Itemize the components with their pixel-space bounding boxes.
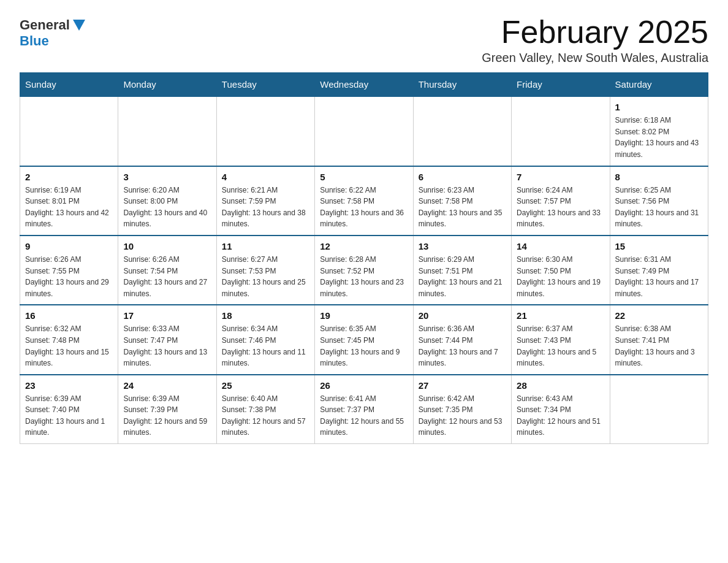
calendar-cell: 24Sunrise: 6:39 AMSunset: 7:39 PMDayligh… <box>118 375 216 444</box>
calendar-header-wednesday: Wednesday <box>315 73 413 97</box>
day-number: 20 <box>419 310 506 321</box>
day-info: Sunrise: 6:42 AMSunset: 7:35 PMDaylight:… <box>419 393 506 439</box>
calendar-cell: 17Sunrise: 6:33 AMSunset: 7:47 PMDayligh… <box>118 305 216 374</box>
calendar-cell: 2Sunrise: 6:19 AMSunset: 8:01 PMDaylight… <box>20 166 118 236</box>
day-number: 19 <box>320 310 408 321</box>
calendar-cell: 15Sunrise: 6:31 AMSunset: 7:49 PMDayligh… <box>610 236 708 305</box>
calendar-week-row: 2Sunrise: 6:19 AMSunset: 8:01 PMDaylight… <box>20 166 708 236</box>
calendar-header-tuesday: Tuesday <box>216 73 314 97</box>
day-number: 15 <box>615 241 703 251</box>
calendar-week-row: 9Sunrise: 6:26 AMSunset: 7:55 PMDaylight… <box>20 236 708 305</box>
day-info: Sunrise: 6:43 AMSunset: 7:34 PMDaylight:… <box>517 393 604 439</box>
day-number: 6 <box>419 172 506 182</box>
svg-marker-0 <box>73 20 85 31</box>
calendar-header-sunday: Sunday <box>20 73 118 97</box>
day-number: 8 <box>615 172 703 182</box>
day-number: 22 <box>615 310 703 321</box>
calendar-header-thursday: Thursday <box>413 73 511 97</box>
day-info: Sunrise: 6:32 AMSunset: 7:48 PMDaylight:… <box>25 323 113 369</box>
day-number: 4 <box>222 172 309 182</box>
calendar-cell: 13Sunrise: 6:29 AMSunset: 7:51 PMDayligh… <box>413 236 511 305</box>
calendar-week-row: 23Sunrise: 6:39 AMSunset: 7:40 PMDayligh… <box>20 375 708 444</box>
day-number: 18 <box>222 310 309 321</box>
day-number: 21 <box>517 310 604 321</box>
calendar-cell: 23Sunrise: 6:39 AMSunset: 7:40 PMDayligh… <box>20 375 118 444</box>
calendar-cell: 6Sunrise: 6:23 AMSunset: 7:58 PMDaylight… <box>413 166 511 236</box>
day-number: 24 <box>123 380 211 391</box>
calendar-cell: 4Sunrise: 6:21 AMSunset: 7:59 PMDaylight… <box>216 166 314 236</box>
calendar-cell: 25Sunrise: 6:40 AMSunset: 7:38 PMDayligh… <box>216 375 314 444</box>
calendar-cell: 27Sunrise: 6:42 AMSunset: 7:35 PMDayligh… <box>413 375 511 444</box>
day-info: Sunrise: 6:41 AMSunset: 7:37 PMDaylight:… <box>320 393 408 439</box>
location-title: Green Valley, New South Wales, Australia <box>482 51 708 65</box>
page-header: General Blue February 2025 Green Valley,… <box>20 15 708 65</box>
calendar-cell: 10Sunrise: 6:26 AMSunset: 7:54 PMDayligh… <box>118 236 216 305</box>
calendar-cell: 20Sunrise: 6:36 AMSunset: 7:44 PMDayligh… <box>413 305 511 374</box>
day-number: 28 <box>517 380 604 391</box>
day-info: Sunrise: 6:23 AMSunset: 7:58 PMDaylight:… <box>419 185 506 230</box>
calendar-cell: 7Sunrise: 6:24 AMSunset: 7:57 PMDaylight… <box>512 166 610 236</box>
day-number: 1 <box>615 102 703 112</box>
calendar-cell <box>315 96 413 166</box>
day-number: 17 <box>123 310 211 321</box>
calendar-cell: 21Sunrise: 6:37 AMSunset: 7:43 PMDayligh… <box>512 305 610 374</box>
day-info: Sunrise: 6:39 AMSunset: 7:40 PMDaylight:… <box>25 393 113 439</box>
calendar-cell <box>413 96 511 166</box>
calendar-cell <box>118 96 216 166</box>
calendar-cell: 18Sunrise: 6:34 AMSunset: 7:46 PMDayligh… <box>216 305 314 374</box>
day-info: Sunrise: 6:39 AMSunset: 7:39 PMDaylight:… <box>123 393 211 439</box>
day-info: Sunrise: 6:38 AMSunset: 7:41 PMDaylight:… <box>615 323 703 369</box>
day-info: Sunrise: 6:34 AMSunset: 7:46 PMDaylight:… <box>222 323 309 369</box>
day-info: Sunrise: 6:33 AMSunset: 7:47 PMDaylight:… <box>123 323 211 369</box>
calendar-cell <box>610 375 708 444</box>
month-title: February 2025 <box>482 15 708 50</box>
day-number: 10 <box>123 241 211 251</box>
day-number: 11 <box>222 241 309 251</box>
day-info: Sunrise: 6:18 AMSunset: 8:02 PMDaylight:… <box>615 115 703 160</box>
day-number: 2 <box>25 172 113 182</box>
calendar-cell: 12Sunrise: 6:28 AMSunset: 7:52 PMDayligh… <box>315 236 413 305</box>
calendar-cell: 3Sunrise: 6:20 AMSunset: 8:00 PMDaylight… <box>118 166 216 236</box>
logo-arrow-icon <box>71 17 87 33</box>
calendar-cell: 11Sunrise: 6:27 AMSunset: 7:53 PMDayligh… <box>216 236 314 305</box>
day-info: Sunrise: 6:20 AMSunset: 8:00 PMDaylight:… <box>123 185 211 230</box>
calendar-week-row: 16Sunrise: 6:32 AMSunset: 7:48 PMDayligh… <box>20 305 708 374</box>
day-info: Sunrise: 6:28 AMSunset: 7:52 PMDaylight:… <box>320 254 408 299</box>
calendar-header-monday: Monday <box>118 73 216 97</box>
calendar-cell <box>20 96 118 166</box>
day-info: Sunrise: 6:36 AMSunset: 7:44 PMDaylight:… <box>419 323 506 369</box>
calendar-header-friday: Friday <box>512 73 610 97</box>
day-info: Sunrise: 6:31 AMSunset: 7:49 PMDaylight:… <box>615 254 703 299</box>
day-info: Sunrise: 6:24 AMSunset: 7:57 PMDaylight:… <box>517 185 604 230</box>
day-info: Sunrise: 6:26 AMSunset: 7:55 PMDaylight:… <box>25 254 113 299</box>
calendar-header-row: SundayMondayTuesdayWednesdayThursdayFrid… <box>20 73 708 97</box>
day-number: 16 <box>25 310 113 321</box>
calendar-header-saturday: Saturday <box>610 73 708 97</box>
day-info: Sunrise: 6:40 AMSunset: 7:38 PMDaylight:… <box>222 393 309 439</box>
day-number: 14 <box>517 241 604 251</box>
calendar-cell: 22Sunrise: 6:38 AMSunset: 7:41 PMDayligh… <box>610 305 708 374</box>
day-number: 13 <box>419 241 506 251</box>
calendar-cell: 28Sunrise: 6:43 AMSunset: 7:34 PMDayligh… <box>512 375 610 444</box>
day-info: Sunrise: 6:22 AMSunset: 7:58 PMDaylight:… <box>320 185 408 230</box>
logo-blue: Blue <box>20 33 49 49</box>
day-info: Sunrise: 6:30 AMSunset: 7:50 PMDaylight:… <box>517 254 604 299</box>
calendar-table: SundayMondayTuesdayWednesdayThursdayFrid… <box>20 72 708 444</box>
calendar-cell: 5Sunrise: 6:22 AMSunset: 7:58 PMDaylight… <box>315 166 413 236</box>
day-info: Sunrise: 6:25 AMSunset: 7:56 PMDaylight:… <box>615 185 703 230</box>
calendar-cell: 8Sunrise: 6:25 AMSunset: 7:56 PMDaylight… <box>610 166 708 236</box>
calendar-cell <box>512 96 610 166</box>
day-number: 27 <box>419 380 506 391</box>
day-info: Sunrise: 6:19 AMSunset: 8:01 PMDaylight:… <box>25 185 113 230</box>
calendar-cell <box>216 96 314 166</box>
day-number: 23 <box>25 380 113 391</box>
day-number: 5 <box>320 172 408 182</box>
title-area: February 2025 Green Valley, New South Wa… <box>482 15 708 65</box>
day-number: 12 <box>320 241 408 251</box>
day-info: Sunrise: 6:35 AMSunset: 7:45 PMDaylight:… <box>320 323 408 369</box>
day-number: 7 <box>517 172 604 182</box>
day-info: Sunrise: 6:37 AMSunset: 7:43 PMDaylight:… <box>517 323 604 369</box>
calendar-cell: 26Sunrise: 6:41 AMSunset: 7:37 PMDayligh… <box>315 375 413 444</box>
day-info: Sunrise: 6:29 AMSunset: 7:51 PMDaylight:… <box>419 254 506 299</box>
day-info: Sunrise: 6:27 AMSunset: 7:53 PMDaylight:… <box>222 254 309 299</box>
